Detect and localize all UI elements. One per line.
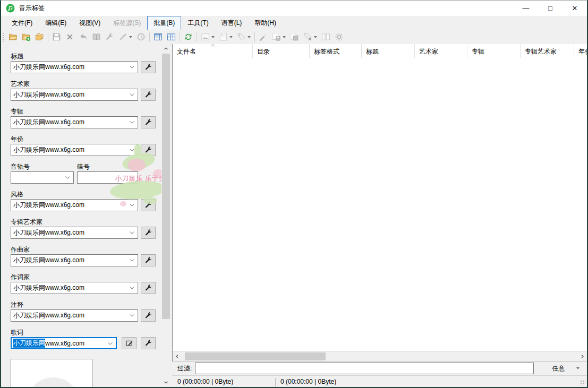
combo-chevron-icon	[129, 284, 135, 291]
column-header-5[interactable]: 专辑	[467, 44, 521, 58]
album-art-placeholder-icon	[27, 377, 80, 387]
scroll-down-icon[interactable]	[161, 378, 171, 387]
toolbar-add-folder-button[interactable]	[20, 31, 33, 44]
column-header-4[interactable]: 艺术家	[415, 44, 467, 58]
toolbar-gripper[interactable]	[2, 32, 5, 42]
menu-item-view[interactable]: 视图(V)	[73, 16, 107, 30]
refresh-icon	[184, 32, 193, 41]
undo-icon	[79, 32, 88, 41]
chevron-down-icon	[283, 36, 286, 38]
album-artist-combobox[interactable]: 小刀娱乐网www.x6g.com	[11, 227, 138, 239]
column-header-label: 标签格式	[314, 48, 339, 55]
toolbar-open-file-button[interactable]	[6, 31, 20, 44]
combo-chevron-icon	[129, 146, 135, 153]
column-header-6[interactable]: 专辑艺术家	[521, 44, 574, 58]
table-horizontal-scrollbar-thumb[interactable]	[185, 352, 326, 360]
composer-options-button[interactable]	[141, 254, 156, 266]
menu-item-file[interactable]: 文件(F)	[5, 16, 39, 30]
filter-mode-dropdown[interactable]: 任意	[552, 364, 580, 373]
field-label: 音轨号	[11, 162, 30, 171]
combo-value: 小刀娱乐网www.x6g.com	[13, 145, 84, 154]
filter-input[interactable]	[195, 363, 534, 374]
toolbar-grid-view-alt-button[interactable]	[165, 31, 178, 44]
maximize-button[interactable]: □	[538, 1, 563, 16]
toolbar-grid-view-button[interactable]	[151, 31, 165, 44]
column-header-3[interactable]: 标题	[362, 44, 415, 58]
field-label: 作词家	[11, 273, 30, 282]
toolbar-history-button	[134, 31, 148, 44]
toolbar-dictionary-button	[90, 31, 103, 44]
wrench-black-icon	[144, 339, 152, 347]
column-header-0[interactable]: 文件名	[173, 44, 253, 58]
lyrics-combobox[interactable]: 小刀娱乐网www.x6g.com	[11, 337, 117, 349]
genre-combobox[interactable]: 小刀娱乐网www.x6g.com	[11, 199, 138, 211]
combo-value: 小刀娱乐网www.x6g.com	[13, 283, 84, 292]
toolbar-delete-button	[63, 31, 76, 44]
toolbar-tag-tools-button	[103, 31, 116, 44]
menu-item-edit[interactable]: 编辑(E)	[39, 16, 73, 30]
menu-item-tools[interactable]: 工具(T)	[181, 16, 215, 30]
table-horizontal-scrollbar[interactable]	[173, 351, 587, 361]
file-table-body[interactable]	[173, 58, 587, 352]
year-combobox[interactable]: 小刀娱乐网www.x6g.com	[11, 144, 138, 156]
save-icon	[52, 32, 61, 41]
toolbar-rename-button	[116, 31, 134, 44]
grid-view-alt-icon	[167, 32, 176, 41]
app-icon	[6, 4, 15, 13]
artist-options-button[interactable]	[141, 89, 156, 101]
scroll-up-icon[interactable]	[161, 44, 171, 53]
chevron-down-icon	[129, 36, 132, 38]
genre-options-button[interactable]	[141, 199, 156, 211]
artist-combobox[interactable]: 小刀娱乐网www.x6g.com	[11, 89, 138, 101]
comment-combobox[interactable]: 小刀娱乐网www.x6g.com	[11, 309, 138, 322]
disc-number-combobox[interactable]	[77, 171, 138, 184]
wrench-black-icon	[144, 229, 152, 237]
comment-options-button[interactable]	[141, 309, 156, 322]
column-header-label: 艺术家	[419, 48, 438, 55]
field-label: 风格	[11, 190, 23, 199]
sidebar-scrollbar[interactable]	[161, 44, 171, 387]
album-art-box[interactable]	[11, 359, 92, 387]
toolbar-add-folders-button[interactable]	[33, 31, 46, 44]
toolbar-lyrics-doc-button: ABC	[217, 31, 235, 44]
menu-item-help[interactable]: 帮助(H)	[248, 16, 283, 30]
track-number-combobox[interactable]	[11, 171, 74, 184]
minimize-button[interactable]: —	[514, 1, 538, 16]
title-combobox[interactable]: 小刀娱乐网www.x6g.com	[11, 61, 138, 73]
menu-item-batch[interactable]: 批量(B)	[147, 16, 181, 30]
column-header-2[interactable]: 标签格式	[310, 44, 362, 58]
chevron-down-icon	[211, 36, 215, 38]
title-options-button[interactable]	[141, 61, 156, 73]
album-combobox[interactable]: 小刀娱乐网www.x6g.com	[11, 116, 138, 128]
scroll-left-icon[interactable]	[173, 352, 182, 361]
combo-chevron-icon	[129, 91, 135, 98]
sidebar-scrollbar-thumb[interactable]	[162, 54, 170, 319]
edit-lyrics-button[interactable]	[122, 337, 137, 349]
combo-chevron-icon	[107, 340, 114, 347]
year-options-button[interactable]	[141, 144, 156, 156]
wrench-black-icon	[144, 91, 152, 99]
toolbar: ABC	[1, 30, 587, 45]
album-options-button[interactable]	[141, 116, 156, 128]
resize-grip-icon[interactable]	[580, 380, 585, 385]
toolbar-refresh-button[interactable]	[182, 31, 195, 44]
toolbar-export-button	[319, 31, 333, 44]
menu-item-language[interactable]: 语言(L)	[215, 16, 249, 30]
combo-chevron-icon	[129, 64, 135, 71]
combo-chevron-icon	[64, 174, 71, 181]
album-artist-options-button[interactable]	[141, 227, 156, 239]
toolbar-separator	[254, 32, 255, 42]
lyrics-options-button[interactable]	[141, 337, 156, 349]
lyricist-combobox[interactable]: 小刀娱乐网www.x6g.com	[11, 282, 138, 294]
toolbar-auto-tag-button	[257, 31, 270, 44]
close-button[interactable]: ✕	[563, 1, 587, 16]
lyricist-options-button[interactable]	[141, 282, 156, 294]
tag-editor-sidebar: 标题小刀娱乐网www.x6g.com艺术家小刀娱乐网www.x6g.com专辑小…	[1, 44, 161, 387]
column-header-7[interactable]: 年份	[574, 44, 587, 58]
remove-tags-icon	[303, 32, 312, 41]
scroll-right-icon[interactable]	[578, 352, 587, 361]
combo-value: 小刀娱乐网www.x6g.com	[13, 256, 84, 265]
menu-item-tag-sources: 标签源(S)	[107, 16, 147, 30]
column-header-1[interactable]: 目录	[253, 44, 310, 58]
composer-combobox[interactable]: 小刀娱乐网www.x6g.com	[11, 254, 138, 266]
